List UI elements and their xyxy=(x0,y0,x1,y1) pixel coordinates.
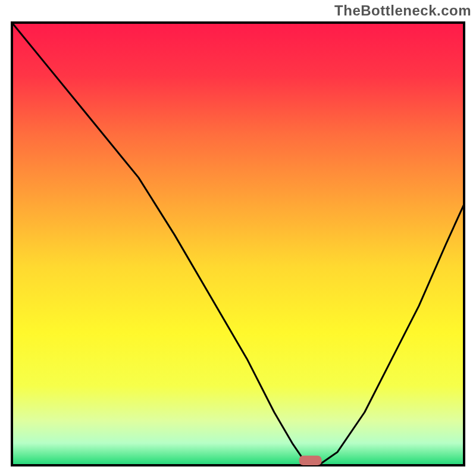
bottleneck-chart xyxy=(6,18,470,470)
chart-container: TheBottleneck.com xyxy=(0,0,476,476)
watermark-text: TheBottleneck.com xyxy=(334,2,471,19)
gradient-background xyxy=(12,23,464,465)
optimum-marker xyxy=(299,456,322,465)
